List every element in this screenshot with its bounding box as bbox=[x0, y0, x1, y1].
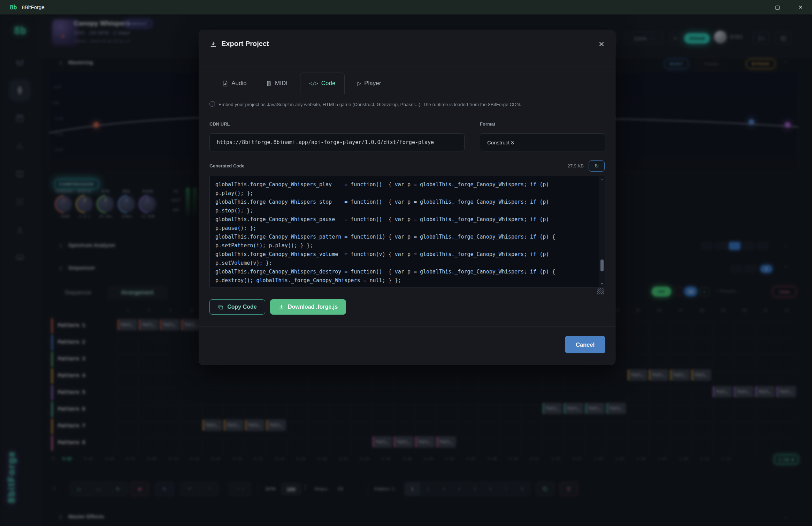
download-forge-button[interactable]: Download .forge.js bbox=[270, 299, 346, 315]
cdn-url-input[interactable]: https://8bitforge.8binami.app/api-forge-… bbox=[209, 133, 465, 151]
window-close-button[interactable]: ✕ bbox=[789, 0, 812, 14]
scrollbar-thumb[interactable] bbox=[600, 260, 604, 271]
button-label: Cancel bbox=[576, 341, 595, 348]
tab-label: MIDI bbox=[275, 80, 288, 87]
maximize-button[interactable]: ▢ bbox=[766, 0, 789, 14]
close-icon: ✕ bbox=[598, 40, 605, 48]
app-title: 8BitForge bbox=[22, 4, 44, 10]
tab-label: Code bbox=[321, 80, 336, 87]
close-button[interactable]: ✕ bbox=[596, 38, 607, 50]
scroll-down-icon[interactable]: ▼ bbox=[600, 282, 604, 286]
export-dialog: Export Project ✕ Audio MIDI </>Code ▷Pla… bbox=[199, 30, 615, 365]
tab-audio[interactable]: Audio bbox=[216, 73, 253, 94]
code-icon: </> bbox=[309, 81, 318, 86]
midi-file-icon bbox=[266, 81, 272, 87]
tab-label: Audio bbox=[231, 80, 246, 87]
dialog-title: Export Project bbox=[221, 40, 269, 48]
divider bbox=[199, 326, 616, 327]
info-icon: i bbox=[209, 101, 215, 107]
audio-file-icon bbox=[222, 81, 228, 87]
app-window: 8b 8bitForge Canopy Whispers AMBIENT IOI… bbox=[0, 0, 812, 526]
code-content: globalThis.forge_Canopy_Whispers_play = … bbox=[210, 176, 579, 285]
refresh-icon: ↻ bbox=[595, 163, 599, 169]
info-text: Embed your project as JavaScript in any … bbox=[219, 102, 602, 107]
format-select[interactable]: Construct 3 bbox=[480, 133, 605, 151]
regenerate-button[interactable]: ↻ bbox=[589, 160, 605, 172]
resize-handle[interactable] bbox=[597, 288, 604, 294]
play-icon: ▷ bbox=[357, 80, 361, 87]
cancel-button[interactable]: Cancel bbox=[565, 336, 605, 353]
tab-code[interactable]: </>Code bbox=[300, 73, 345, 94]
minimize-button[interactable]: — bbox=[743, 0, 766, 14]
button-label: Copy Code bbox=[227, 304, 256, 310]
button-label: Download .forge.js bbox=[288, 304, 338, 310]
cdn-url-label: CDN URL bbox=[209, 121, 230, 127]
format-label: Format bbox=[480, 121, 495, 127]
titlebar: 8b 8BitForge — ▢ ✕ bbox=[0, 0, 812, 15]
tab-label: Player bbox=[364, 80, 381, 87]
copy-icon bbox=[218, 304, 224, 310]
download-icon bbox=[278, 304, 284, 310]
tab-midi[interactable]: MIDI bbox=[260, 73, 294, 94]
code-textarea[interactable]: globalThis.forge_Canopy_Whispers_play = … bbox=[209, 176, 605, 287]
download-icon bbox=[209, 40, 217, 48]
generated-code-label: Generated Code bbox=[209, 163, 244, 168]
scroll-up-icon[interactable]: ▲ bbox=[600, 178, 604, 181]
divider bbox=[199, 67, 616, 67]
scrollbar[interactable]: ▲ ▼ bbox=[599, 176, 605, 287]
copy-code-button[interactable]: Copy Code bbox=[209, 299, 265, 315]
tab-player[interactable]: ▷Player bbox=[350, 73, 389, 94]
code-size: 27.9 KB bbox=[547, 163, 584, 168]
app-logo: 8b bbox=[10, 4, 17, 11]
